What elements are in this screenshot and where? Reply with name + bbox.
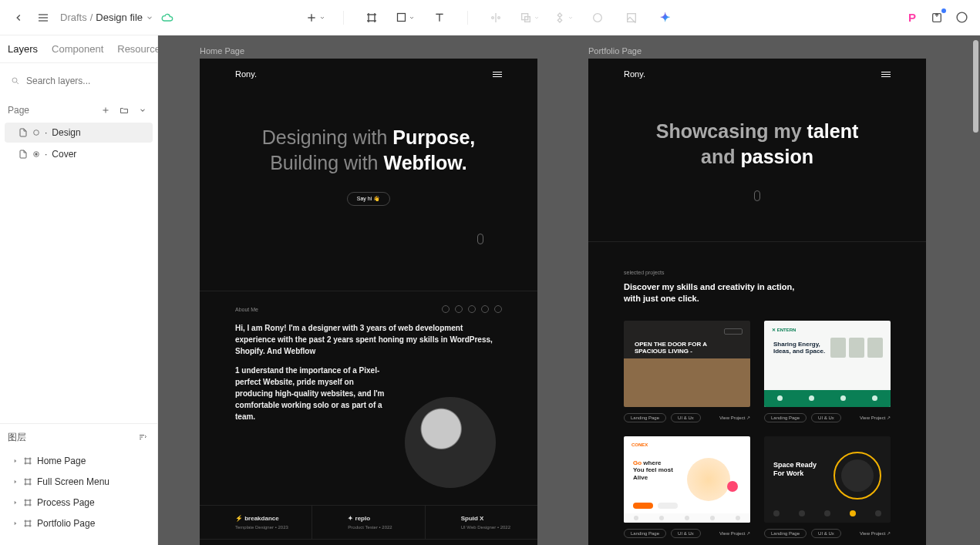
view-link: View Project ↗ <box>719 530 750 536</box>
canvas[interactable]: Home Page Rony. Designing with Purpose, … <box>158 35 980 545</box>
menu-icon <box>881 72 891 77</box>
view-link: View Project ↗ <box>860 415 891 420</box>
tab-component[interactable]: Component <box>52 43 103 62</box>
hero-heading: Designing with Purpose, Building with We… <box>223 125 514 175</box>
artboard-label[interactable]: Portfolio Page <box>588 46 926 56</box>
tab-layers[interactable]: Layers <box>8 43 38 62</box>
shape-tool-icon[interactable] <box>395 7 416 29</box>
about-label: About Me <box>235 307 258 312</box>
svg-rect-9 <box>398 14 406 22</box>
page-name: Design <box>52 127 80 138</box>
svg-point-28 <box>35 153 37 155</box>
sort-icon[interactable] <box>136 430 150 444</box>
collapse-icon[interactable] <box>136 103 150 117</box>
scrollbar[interactable] <box>973 40 978 133</box>
chevron-right-icon <box>12 479 19 485</box>
view-link: View Project ↗ <box>719 415 750 420</box>
ai-tool-icon[interactable]: ✦ <box>655 7 676 29</box>
text-tool-icon[interactable] <box>429 7 450 29</box>
project-card: Space ReadyFor Work Landing Page UI & Ux… <box>764 436 891 538</box>
layer-item[interactable]: Process Page <box>5 493 153 513</box>
image-tool-icon[interactable] <box>621 7 642 29</box>
frame-tool-icon[interactable] <box>361 7 382 29</box>
tag: UI & Ux <box>671 529 701 538</box>
boolean-tool-icon[interactable] <box>519 7 541 29</box>
component-tool-icon[interactable] <box>553 7 574 29</box>
hero-heading: Showcasing my talent and passion <box>611 119 903 169</box>
tag: Landing Page <box>624 413 666 422</box>
chevron-down-icon[interactable] <box>146 14 153 22</box>
svg-marker-37 <box>15 480 17 484</box>
project-card: OPEN THE DOOR FOR ASPACIOUS LIVING - Lan… <box>624 321 750 422</box>
svg-point-14 <box>497 16 500 19</box>
tag: Landing Page <box>764 413 807 422</box>
menu-icon[interactable] <box>32 7 54 29</box>
tag: Landing Page <box>624 529 666 538</box>
add-page-icon[interactable] <box>99 103 113 117</box>
frame-icon <box>23 519 32 528</box>
tag: UI & Ux <box>811 529 841 538</box>
frame-icon <box>23 477 32 486</box>
scroll-indicator-icon <box>754 190 760 201</box>
layer-name: Portfolio Page <box>37 518 95 529</box>
tag: Landing Page <box>764 529 807 538</box>
svg-marker-42 <box>15 501 17 505</box>
projects-label: selected projects <box>624 270 891 275</box>
frame-icon <box>23 456 32 466</box>
sidebar: Layers Component Resource Page · Design <box>0 35 158 545</box>
cta-button: Say hi 👋 <box>347 192 390 206</box>
folder-icon[interactable] <box>117 103 131 117</box>
svg-point-21 <box>957 12 967 22</box>
experience-row: ⚡ breakdanceTemplate Designer • 2023 ✦ r… <box>200 505 537 540</box>
svg-point-26 <box>34 130 39 136</box>
chevron-right-icon <box>12 458 19 464</box>
svg-line-23 <box>16 82 19 84</box>
share-icon[interactable] <box>926 7 948 29</box>
svg-point-22 <box>12 78 17 82</box>
layer-item[interactable]: Portfolio Page <box>5 513 153 533</box>
breadcrumb-root: Drafts <box>60 12 87 23</box>
frame-icon <box>23 498 32 507</box>
tab-resource[interactable]: Resource <box>117 43 160 62</box>
svg-marker-32 <box>15 459 17 463</box>
topbar: Drafts / Design file <box>0 0 980 35</box>
page-item-cover[interactable]: · Cover <box>5 144 153 164</box>
page-section-label: Page <box>8 105 29 116</box>
artboard-label[interactable]: Home Page <box>200 46 537 56</box>
svg-rect-18 <box>627 13 635 22</box>
page-icon <box>19 128 28 137</box>
cloud-sync-icon[interactable] <box>157 7 178 29</box>
layer-name: Full Screen Menu <box>37 476 109 487</box>
breadcrumb-file[interactable]: Design file <box>96 12 143 23</box>
menu-icon <box>493 72 502 77</box>
breadcrumb[interactable]: Drafts / Design file <box>60 12 153 23</box>
layer-item[interactable]: Full Screen Menu <box>5 472 153 492</box>
radio-icon <box>32 129 40 136</box>
chevron-right-icon <box>12 520 19 526</box>
social-icons <box>442 305 502 313</box>
back-icon[interactable] <box>8 7 29 29</box>
page-item-design[interactable]: · Design <box>5 123 153 143</box>
page-icon <box>19 150 28 159</box>
svg-marker-47 <box>15 522 17 526</box>
about-text-2: 1 understand the importance of a Pixel- … <box>235 365 389 488</box>
logo: Rony. <box>235 69 257 79</box>
search-icon <box>11 76 20 86</box>
artboard-home[interactable]: Rony. Designing with Purpose, Building w… <box>200 59 537 545</box>
artboard-portfolio[interactable]: Rony. Showcasing my talent and passion s… <box>588 59 926 545</box>
mask-tool-icon[interactable] <box>587 7 608 29</box>
view-link: View Project ↗ <box>860 530 891 536</box>
about-text: Hi, I am Rony! I'm a designer with 3 yea… <box>235 322 502 357</box>
help-icon[interactable] <box>951 7 972 29</box>
logo: Rony. <box>624 69 645 79</box>
plugin-icon[interactable]: P <box>901 7 923 29</box>
align-tool-icon[interactable] <box>485 7 507 29</box>
projects-intro: Discover my skills and creativity in act… <box>624 281 801 305</box>
search-input[interactable] <box>8 71 150 91</box>
svg-point-17 <box>593 13 601 22</box>
project-card: CONEX Go whereYou feel mostAlive <box>624 436 750 538</box>
add-icon[interactable] <box>305 7 326 29</box>
tag: UI & Ux <box>671 413 701 422</box>
layers-panel-label: 图层 <box>8 431 26 444</box>
layer-item[interactable]: Home Page <box>5 451 153 471</box>
